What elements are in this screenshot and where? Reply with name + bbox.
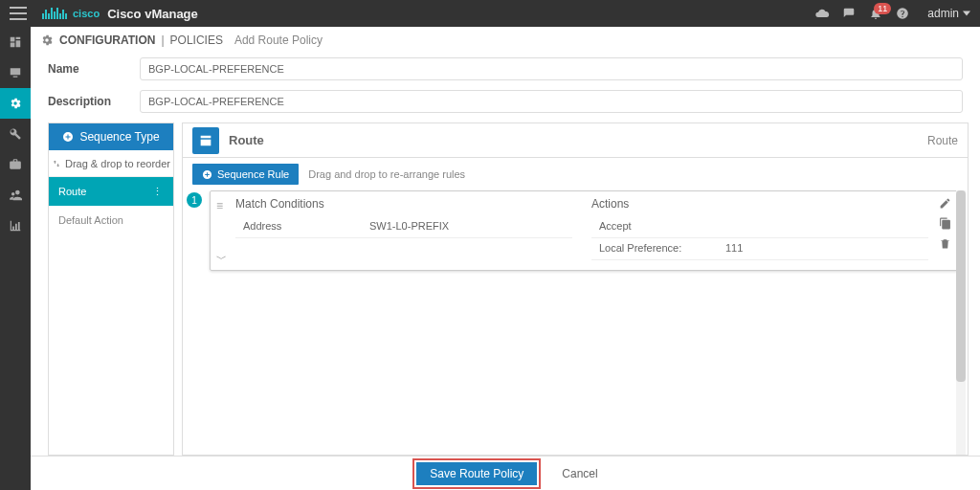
name-label: Name — [48, 62, 140, 76]
rule-header-right: Route — [927, 134, 958, 147]
left-nav — [0, 27, 31, 490]
breadcrumb-secondary[interactable]: POLICIES — [170, 33, 223, 47]
brand-text: cisco — [73, 8, 100, 19]
rule-title: Route — [229, 133, 264, 147]
action-row-accept: Accept — [591, 216, 928, 238]
save-highlight: Save Route Policy — [412, 458, 541, 489]
drag-hint: Drag & drop to reorder — [49, 150, 173, 177]
bell-icon[interactable]: 11 — [862, 7, 889, 20]
cancel-button[interactable]: Cancel — [562, 467, 597, 480]
actions-header: Actions — [591, 197, 928, 211]
nav-dashboard-icon[interactable] — [0, 27, 31, 57]
sequence-item-default-action[interactable]: Default Action — [49, 206, 173, 234]
nav-admin-icon[interactable] — [0, 180, 31, 211]
copy-icon[interactable] — [939, 217, 951, 230]
tasks-icon[interactable] — [835, 7, 862, 20]
rule-card[interactable]: ≡ Match Conditions Address SW1-L — [210, 190, 958, 271]
rule-panel: Route Route Sequence Rule Drag and drop … — [182, 122, 969, 456]
gear-icon — [40, 33, 54, 47]
sequence-rule-hint: Drag and drop to re-arrange rules — [308, 168, 465, 180]
delete-icon[interactable] — [939, 237, 951, 250]
sequence-rule-button[interactable]: Sequence Rule — [192, 164, 299, 185]
chevron-down-icon[interactable]: ﹀ — [216, 252, 227, 266]
breadcrumb-tail: Add Route Policy — [234, 33, 323, 47]
reorder-icon — [52, 159, 61, 168]
plus-icon — [62, 131, 74, 143]
route-icon — [192, 127, 219, 154]
kebab-icon[interactable]: ⋮ — [152, 186, 164, 198]
cisco-logo-icon — [42, 8, 67, 19]
user-menu[interactable]: admin — [927, 7, 970, 20]
nav-tools-icon[interactable] — [0, 119, 31, 149]
app-title: Cisco vManage — [107, 7, 198, 21]
drag-handle-icon[interactable]: ≡ — [216, 199, 223, 212]
cloud-icon[interactable] — [809, 6, 835, 21]
nav-monitor-icon[interactable] — [0, 57, 31, 88]
save-route-policy-button[interactable]: Save Route Policy — [416, 462, 537, 485]
description-label: Description — [48, 95, 140, 108]
menu-toggle-icon[interactable] — [10, 7, 27, 20]
name-input[interactable] — [140, 57, 963, 80]
nav-maintenance-icon[interactable] — [0, 149, 31, 180]
sequence-panel: Sequence Type Drag & drop to reorder Rou… — [48, 122, 174, 456]
description-input[interactable] — [140, 90, 963, 113]
nav-analytics-icon[interactable] — [0, 211, 31, 241]
breadcrumb-primary: CONFIGURATION — [59, 33, 155, 47]
help-icon[interactable] — [889, 7, 916, 20]
breadcrumb: CONFIGURATION | POLICIES Add Route Polic… — [31, 27, 980, 54]
step-badge: 1 — [187, 192, 202, 208]
sequence-item-route[interactable]: Route ⋮ — [49, 177, 173, 206]
match-conditions-header: Match Conditions — [235, 197, 572, 211]
action-row-localpref: Local Preference: 111 — [591, 238, 928, 260]
edit-icon[interactable] — [939, 197, 951, 210]
sequence-type-button[interactable]: Sequence Type — [49, 123, 173, 150]
match-row: Address SW1-L0-PREFIX — [235, 216, 572, 238]
scrollbar-thumb[interactable] — [956, 190, 966, 382]
plus-icon — [202, 169, 212, 180]
nav-configuration-icon[interactable] — [0, 88, 31, 119]
